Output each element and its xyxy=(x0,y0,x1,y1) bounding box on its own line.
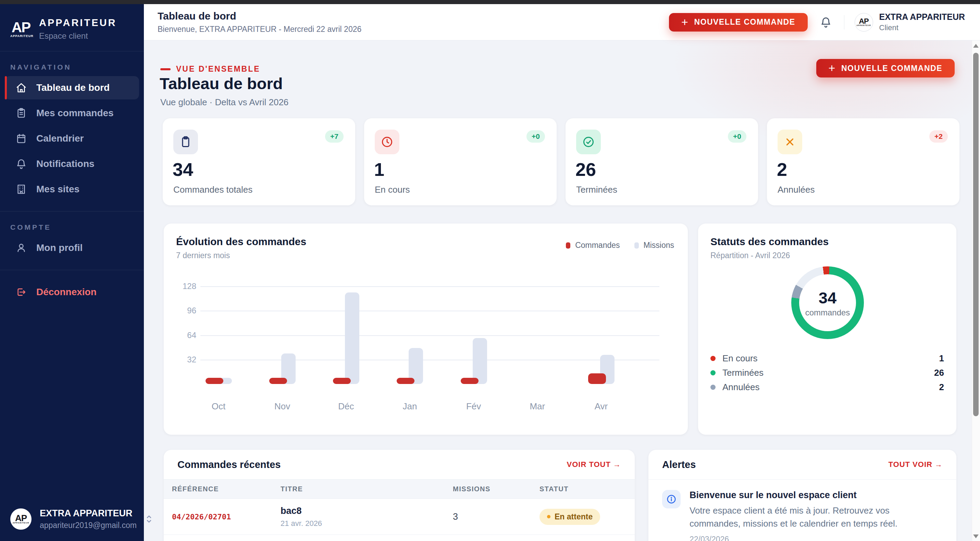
dashboard-subtitle: Vue globale · Delta vs Avril 2026 xyxy=(160,97,288,108)
x-axis-label: Mar xyxy=(506,401,569,412)
sidebar-item-mes-commandes[interactable]: Mes commandes xyxy=(5,102,139,125)
table-row[interactable]: 04/2026/02701 bac8 21 avr. 2026 3 En att… xyxy=(164,499,635,535)
orders-evolution-chart-card: Évolution des commandes 7 derniers mois … xyxy=(164,223,688,435)
sidebar-divider xyxy=(0,270,144,270)
stat-card-en-cours: +0 1 En cours xyxy=(364,118,557,205)
sidebar-item-label: Mes commandes xyxy=(36,108,114,119)
chart-x-axis: OctNovDécJanFévMarAvr xyxy=(187,401,633,412)
bell-icon xyxy=(16,158,27,169)
stat-label: En cours xyxy=(375,184,410,195)
calendar-icon xyxy=(16,133,27,144)
user-email: appariteur2019@gmail.com xyxy=(40,521,137,530)
status-row-en-cours: En cours 1 xyxy=(710,351,944,365)
stat-value: 1 xyxy=(374,159,384,180)
bar-group-déc xyxy=(314,286,378,384)
order-reference[interactable]: 04/2026/02701 xyxy=(172,512,280,521)
legend-item-missions: Missions xyxy=(635,241,674,250)
logo-letters: AP xyxy=(859,18,869,24)
bar-group-oct xyxy=(187,286,250,384)
alert-content: Bienvenue sur le nouvel espace client Vo… xyxy=(689,490,936,541)
status-subtitle: Répartition - Avril 2026 xyxy=(710,251,790,260)
sidebar-item-tableau-de-bord[interactable]: Tableau de bord xyxy=(5,76,139,99)
terminees-dot-icon xyxy=(710,370,716,375)
logo-caption: APPARITEUR xyxy=(13,522,29,524)
sidebar-item-label: Mon profil xyxy=(36,243,83,253)
table-header-row: RÉFÉRENCE TITRE MISSIONS STATUT xyxy=(164,479,635,499)
legend-label: Commandes xyxy=(575,241,620,250)
delta-badge: +0 xyxy=(527,130,545,143)
recent-orders-card: Commandes récentes VOIR TOUT → RÉFÉRENCE… xyxy=(164,450,635,541)
sidebar-item-mes-sites[interactable]: Mes sites xyxy=(5,177,139,201)
stat-card-annulees: +2 2 Annulées xyxy=(767,118,959,205)
orders-status-card: Statuts des commandes Répartition - Avri… xyxy=(698,223,956,435)
scroll-down-arrow-icon[interactable] xyxy=(973,535,978,538)
sidebar-item-label: Tableau de bord xyxy=(36,82,110,93)
header-titles: Tableau de bord Bienvenue, EXTRA APPARIT… xyxy=(158,10,669,34)
user-role: Client xyxy=(879,23,965,32)
x-axis-label: Fév xyxy=(442,401,506,412)
header-user-menu[interactable]: AP APPARITEUR EXTRA APPARITEUR Client xyxy=(854,12,965,32)
alert-title: Bienvenue sur le nouvel espace client xyxy=(689,490,936,501)
new-order-button[interactable]: + NOUVELLE COMMANDE xyxy=(669,13,807,32)
eyebrow-label: VUE D'ENSEMBLE xyxy=(176,64,260,74)
x-axis-label: Avr xyxy=(569,401,633,412)
sidebar-item-notifications[interactable]: Notifications xyxy=(5,152,139,176)
sidebar-item-label: Déconnexion xyxy=(36,287,97,298)
x-axis-label: Jan xyxy=(378,401,442,412)
alert-description: Votre espace client a été mis à jour. Re… xyxy=(689,504,936,530)
commandes-bar xyxy=(461,378,479,384)
column-header: RÉFÉRENCE xyxy=(172,485,280,493)
chart-legend: Commandes Missions xyxy=(566,241,674,250)
status-donut-chart: 34 commandes xyxy=(791,267,864,339)
x-axis-label: Nov xyxy=(250,401,314,412)
annulees-dot-icon xyxy=(710,385,716,390)
app-name: APPARITEUR xyxy=(39,17,116,29)
order-date: 21 avr. 2026 xyxy=(280,519,453,528)
status-badge-label: En attente xyxy=(555,512,593,522)
recent-orders-title: Commandes récentes xyxy=(177,459,280,470)
check-circle-icon xyxy=(576,129,601,154)
vertical-scrollbar[interactable] xyxy=(972,40,980,541)
x-axis-label: Oct xyxy=(187,401,250,412)
status-row-terminees: Terminées 26 xyxy=(710,365,944,380)
home-icon xyxy=(16,82,27,93)
new-order-button-secondary[interactable]: + NOUVELLE COMMANDE xyxy=(816,59,955,78)
stat-label: Annulées xyxy=(778,184,815,195)
sidebar-item-deconnexion[interactable]: Déconnexion xyxy=(5,281,139,304)
see-all-orders-link[interactable]: VOIR TOUT → xyxy=(567,460,621,469)
sidebar-item-label: Calendrier xyxy=(36,133,84,144)
alert-list-item[interactable]: Bienvenue sur le nouvel espace client Vo… xyxy=(648,480,956,541)
donut-total: 34 xyxy=(819,288,837,307)
scroll-up-arrow-icon[interactable] xyxy=(973,44,978,48)
logout-icon xyxy=(16,287,27,298)
status-label: Annulées xyxy=(722,382,759,393)
clipboard-icon xyxy=(16,108,27,119)
sidebar-item-calendrier[interactable]: Calendrier xyxy=(5,127,139,150)
new-order-label: NOUVELLE COMMANDE xyxy=(841,64,942,73)
x-icon xyxy=(778,129,802,154)
info-icon xyxy=(662,490,681,508)
donut-center: 34 commandes xyxy=(799,274,856,331)
avatar: AP APPARITEUR xyxy=(854,13,873,32)
status-value: 2 xyxy=(939,382,944,393)
see-all-alerts-link[interactable]: TOUT VOIR → xyxy=(889,460,943,469)
status-badge: En attente xyxy=(539,509,600,525)
sidebar: AP APPARITEUR APPARITEUR Espace client N… xyxy=(0,4,144,541)
column-header: TITRE xyxy=(280,485,453,493)
sidebar-user-card[interactable]: AP APPARITEUR EXTRA APPARITEUR appariteu… xyxy=(0,499,144,541)
logo-letters: AP xyxy=(15,514,27,522)
sidebar-nav: Tableau de bord Mes commandes Calendrier… xyxy=(0,76,144,201)
donut-total-label: commandes xyxy=(805,308,850,318)
header-user-info: EXTRA APPARITEUR Client xyxy=(879,12,965,32)
sidebar-item-mon-profil[interactable]: Mon profil xyxy=(5,236,139,260)
stat-value: 26 xyxy=(576,159,596,180)
section-eyebrow: VUE D'ENSEMBLE xyxy=(160,64,260,74)
missions-bar xyxy=(345,292,360,384)
brand: AP APPARITEUR APPARITEUR Espace client xyxy=(0,4,144,51)
new-order-label: NOUVELLE COMMANDE xyxy=(694,18,795,27)
scrollbar-thumb[interactable] xyxy=(973,53,978,416)
notifications-bell-icon[interactable] xyxy=(820,16,832,28)
app-logo-icon: AP APPARITEUR xyxy=(10,21,32,38)
commandes-bar xyxy=(205,378,223,384)
bar-group-jan xyxy=(378,286,442,384)
